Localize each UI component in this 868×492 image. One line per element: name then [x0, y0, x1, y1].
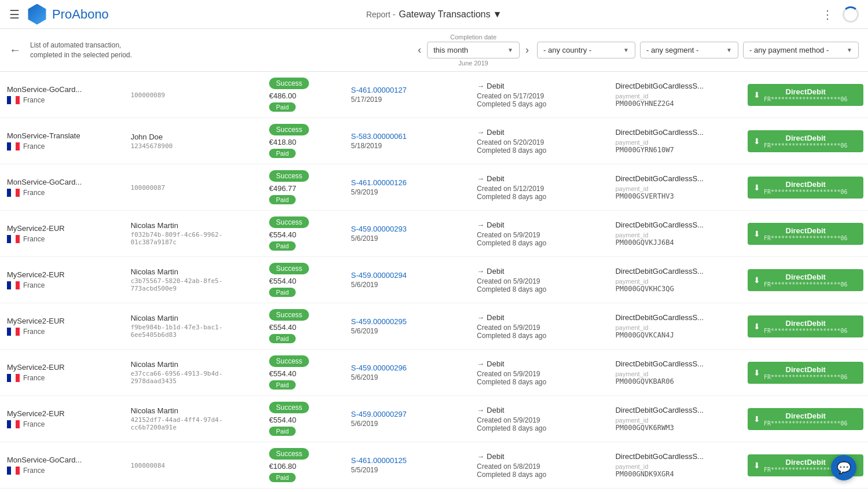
created-date: Created on 5/8/2019 [477, 462, 606, 471]
type-label: Debit [487, 174, 504, 183]
btn-label: DirectDebit [764, 134, 848, 142]
transaction-link[interactable]: S-459.00000294 [351, 271, 406, 280]
table-row: MonService-Translate France John Doe 123… [0, 118, 868, 164]
status-cell: Success €486.00 Paid [264, 72, 346, 118]
date-next-button[interactable]: › [522, 43, 532, 57]
direct-debit-button[interactable]: ⬇ DirectDebit FR********************06 [748, 408, 863, 430]
customer-cell: 100000089 [126, 72, 264, 118]
segment-filter[interactable]: - any segment - ▼ [640, 42, 738, 58]
payment-id-value: PM000GYHNEZ2G4 [615, 100, 738, 108]
customer-cell: 100000087 [126, 164, 264, 211]
transaction-cell: S-459.00000289 5/6/2019 [346, 489, 472, 493]
gateway-cell: DirectDebitGoCardlessS... payment_id PM0… [610, 72, 743, 118]
btn-sub: FR********************06 [764, 189, 848, 195]
payment-id-value: PM000GQVKBAR06 [615, 377, 738, 385]
country-filter[interactable]: - any country - ▼ [537, 42, 635, 58]
status-cell: Success €418.80 Paid [264, 118, 346, 164]
service-cell: MyService2-EUR France [0, 303, 126, 350]
report-selector[interactable]: Report - Gateway Transactions ▼ [366, 9, 502, 20]
direct-debit-button[interactable]: ⬇ DirectDebit FR********************06 [748, 84, 863, 106]
transaction-link[interactable]: S-461.00000125 [351, 456, 406, 465]
back-button[interactable]: ← [9, 43, 21, 57]
direct-debit-button[interactable]: ⬇ DirectDebit FR********************06 [748, 362, 863, 384]
payment-id-value: PM000GQVKHC3QG [615, 285, 738, 293]
download-icon: ⬇ [753, 368, 760, 377]
date-prev-button[interactable]: ‹ [414, 43, 425, 57]
gateway-name: DirectDebitGoCardlessS... [615, 221, 738, 229]
transaction-link[interactable]: S-461.00000126 [351, 178, 406, 187]
download-icon: ⬇ [753, 276, 760, 285]
transaction-cell: S-459.00000294 5/6/2019 [346, 257, 472, 303]
gateway-name: DirectDebitGoCardlessS... [615, 267, 738, 276]
direct-debit-button[interactable]: ⬇ DirectDebit FR********************06 [748, 130, 863, 152]
created-date: Created on 5/9/2019 [477, 416, 606, 424]
service-name: MyService2-EUR [7, 363, 119, 372]
amount: €554.40 [269, 323, 341, 332]
flag-icon [7, 374, 20, 382]
transaction-link[interactable]: S-583.00000061 [351, 132, 406, 141]
menu-icon[interactable]: ☰ [9, 8, 20, 21]
service-cell: MonService-GoCard... France [0, 72, 126, 118]
transaction-cell: S-461.00000125 5/5/2019 [346, 442, 472, 489]
customer-id: 12345678900 [131, 142, 260, 150]
type-label: Debit [487, 82, 504, 90]
transaction-link[interactable]: S-459.00000295 [351, 317, 406, 326]
download-icon: ⬇ [753, 322, 760, 331]
country-row: France [7, 235, 119, 243]
payment-id-label: payment_id [615, 370, 738, 377]
btn-label: DirectDebit [764, 319, 848, 328]
transaction-link[interactable]: S-461.00000127 [351, 86, 406, 94]
transaction-link[interactable]: S-459.00000293 [351, 225, 406, 233]
btn-label: DirectDebit [764, 226, 848, 235]
transaction-link[interactable]: S-459.00000296 [351, 364, 406, 372]
paid-badge: Paid [269, 473, 296, 482]
flag-icon [7, 281, 20, 289]
country-label: France [23, 467, 45, 475]
completed-date: Completed 8 days ago [477, 239, 606, 247]
arrow-icon: → [477, 174, 484, 183]
chevron-down-icon: ▼ [507, 47, 513, 53]
direct-debit-button[interactable]: ⬇ DirectDebit FR********************06 [748, 315, 863, 337]
payment-id-label: payment_id [615, 185, 738, 192]
chevron-down-icon: ▼ [493, 9, 502, 20]
type-label: Debit [487, 128, 504, 137]
service-name: MonService-GoCard... [7, 178, 119, 186]
type-label: Debit [487, 221, 504, 229]
date-filter-wrapper: Completion date this month ▼ June 2019 [427, 34, 520, 67]
created-date: Created on 5/9/2019 [477, 324, 606, 332]
table-row: MonService-GoCard... France 100000089 Su… [0, 72, 868, 118]
gateway-name: DirectDebitGoCardlessS... [615, 406, 738, 414]
table-row: MyService2-EUR France Nicolas Martin Suc… [0, 489, 868, 493]
customer-cell: Nicolas Martin e37cca66-6956-4913-9b4d-2… [126, 350, 264, 396]
customer-cell: Nicolas Martin f9be984b-1b1d-47e3-bac1-6… [126, 303, 264, 350]
transaction-date: 5/9/2019 [351, 188, 468, 196]
completed-date: Completed 8 days ago [477, 471, 606, 479]
chat-icon: 💬 [837, 461, 851, 475]
logo-icon [27, 4, 47, 25]
service-name: MyService2-EUR [7, 224, 119, 233]
transaction-link[interactable]: S-459.00000297 [351, 410, 406, 418]
action-cell: ⬇ DirectDebit FR********************06 [743, 350, 868, 396]
date-select[interactable]: this month ▼ [427, 42, 520, 58]
country-row: France [7, 374, 119, 382]
customer-name: Nicolas Martin [131, 267, 260, 276]
gateway-cell: DirectDebitGoCardlessS... payment_id PM0… [610, 303, 743, 350]
gateway-name: DirectDebitGoCardlessS... [615, 452, 738, 461]
transaction-date: 5/6/2019 [351, 420, 468, 428]
flag-icon [7, 420, 20, 428]
type-cell: → Debit Created on 5/9/2019 Completed 8 … [472, 489, 610, 493]
direct-debit-button[interactable]: ⬇ DirectDebit FR********************06 [748, 269, 863, 291]
payment-method-filter[interactable]: - any payment method - ▼ [743, 42, 859, 58]
report-title[interactable]: Gateway Transactions ▼ [399, 9, 502, 20]
chat-bubble[interactable]: 💬 [831, 455, 856, 480]
status-cell: Success €496.77 Paid [264, 164, 346, 211]
filter-bar: ← List of automated transaction, complet… [0, 29, 868, 72]
transaction-cell: S-461.00000126 5/9/2019 [346, 164, 472, 211]
transaction-cell: S-459.00000296 5/6/2019 [346, 350, 472, 396]
direct-debit-button[interactable]: ⬇ DirectDebit FR********************06 [748, 223, 863, 245]
arrow-icon: → [477, 267, 484, 276]
payment-id-label: payment_id [615, 278, 738, 285]
direct-debit-button[interactable]: ⬇ DirectDebit FR********************06 [748, 177, 863, 199]
status-badge: Success [269, 216, 309, 228]
more-options-icon[interactable]: ⋮ [822, 8, 833, 21]
